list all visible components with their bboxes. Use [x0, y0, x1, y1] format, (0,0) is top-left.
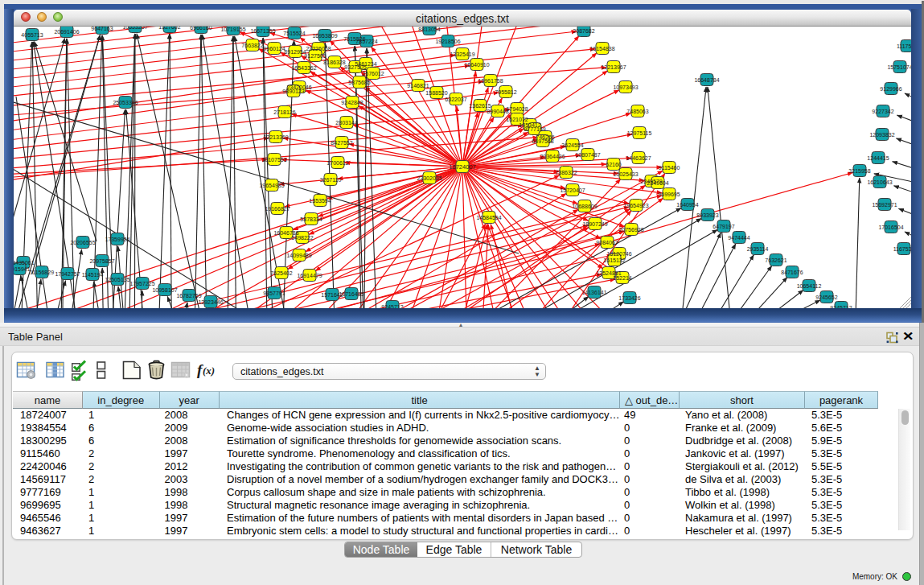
svg-text:10719155: 10719155: [220, 27, 245, 32]
svg-text:10553257: 10553257: [122, 27, 147, 30]
svg-text:20756928: 20756928: [618, 227, 643, 233]
svg-text:16648784: 16648784: [694, 77, 719, 83]
svg-text:9245652: 9245652: [815, 295, 837, 300]
svg-text:10025433: 10025433: [613, 171, 638, 177]
svg-text:12505135: 12505135: [105, 277, 129, 282]
svg-text:12975115: 12975115: [627, 130, 652, 136]
svg-text:7663822: 7663822: [241, 43, 263, 48]
svg-text:1362615: 1362615: [469, 103, 491, 109]
svg-text:2718126: 2718126: [273, 109, 295, 115]
svg-text:20975857: 20975857: [89, 258, 114, 264]
svg-text:2803144: 2803144: [335, 120, 357, 126]
svg-text:62160: 62160: [606, 162, 622, 167]
svg-text:19654923: 19654923: [623, 203, 648, 208]
svg-text:1145194: 1145194: [82, 272, 104, 278]
svg-text:17016504: 17016504: [878, 225, 903, 230]
svg-text:(x): (x): [203, 365, 215, 377]
svg-text:7955812: 7955812: [495, 89, 516, 95]
svg-text:252214: 252214: [613, 275, 631, 281]
svg-text:8427552: 8427552: [331, 140, 352, 146]
svg-text:10688609: 10688609: [572, 204, 597, 209]
svg-text:8435061: 8435061: [14, 260, 35, 266]
svg-text:1640954: 1640954: [676, 202, 698, 208]
svg-text:3498222: 3498222: [291, 235, 313, 241]
svg-text:19218506: 19218506: [435, 39, 460, 44]
svg-text:1615132: 1615132: [603, 257, 625, 263]
svg-text:15720407: 15720407: [560, 187, 585, 193]
svg-text:3624554: 3624554: [561, 142, 583, 148]
svg-text:2349604: 2349604: [647, 180, 668, 186]
svg-text:20691406: 20691406: [54, 29, 79, 35]
svg-text:8471676: 8471676: [781, 270, 803, 275]
svg-text:16914479: 16914479: [297, 273, 322, 278]
svg-text:6479197: 6479197: [713, 224, 734, 229]
svg-text:9242848: 9242848: [341, 100, 363, 105]
svg-text:9960124: 9960124: [263, 46, 285, 51]
svg-text:6497568: 6497568: [532, 138, 553, 144]
svg-text:7485063: 7485063: [626, 109, 648, 114]
svg-text:16120746: 16120746: [606, 251, 631, 257]
svg-text:16543362: 16543362: [291, 65, 316, 71]
svg-text:19654985: 19654985: [259, 183, 284, 188]
svg-text:1117534: 1117534: [897, 43, 911, 49]
svg-text:1167534: 1167534: [893, 246, 911, 252]
svg-text:15692971: 15692971: [872, 202, 897, 208]
svg-text:14099489: 14099489: [286, 253, 311, 258]
svg-text:16154838: 16154838: [589, 46, 614, 51]
svg-text:9127505: 9127505: [304, 53, 326, 59]
svg-text:1700612: 1700612: [326, 160, 348, 166]
svg-text:16210643: 16210643: [867, 179, 892, 185]
svg-text:6794028: 6794028: [506, 106, 528, 112]
svg-text:14463627: 14463627: [626, 155, 651, 161]
svg-text:1353594: 1353594: [309, 198, 331, 204]
svg-text:8912954: 8912954: [284, 49, 306, 55]
svg-text:9245712: 9245712: [381, 304, 403, 309]
svg-text:10107553: 10107553: [261, 157, 286, 163]
svg-text:1571642: 1571642: [321, 292, 343, 298]
svg-text:16640910: 16640910: [464, 62, 489, 68]
svg-text:7857224: 7857224: [355, 39, 377, 44]
svg-text:12213967: 12213967: [601, 64, 626, 70]
svg-text:9245712: 9245712: [830, 305, 852, 309]
svg-text:1527602: 1527602: [158, 27, 180, 30]
svg-text:3215958: 3215958: [848, 168, 870, 174]
svg-text:5878334: 5878334: [300, 216, 322, 222]
svg-text:14584594: 14584594: [476, 215, 501, 220]
svg-text:7625402: 7625402: [270, 270, 292, 276]
svg-text:7515524: 7515524: [283, 31, 305, 36]
svg-text:1621072: 1621072: [506, 117, 528, 122]
svg-text:9647163: 9647163: [91, 27, 113, 31]
svg-text:8933923: 8933923: [696, 212, 718, 218]
svg-text:9474444: 9474444: [728, 235, 749, 241]
svg-text:13325419: 13325419: [450, 51, 474, 57]
svg-text:3267110: 3267110: [320, 177, 342, 183]
svg-text:2935114: 2935114: [747, 246, 769, 252]
svg-text:12093832: 12093832: [869, 132, 894, 138]
svg-text:9146821: 9146821: [407, 83, 429, 89]
svg-text:9227342: 9227342: [872, 109, 893, 114]
svg-text:16671355: 16671355: [250, 28, 275, 34]
svg-text:4055713: 4055713: [21, 32, 43, 38]
svg-text:16953809: 16953809: [312, 33, 337, 39]
svg-text:1244415: 1244415: [867, 155, 889, 161]
svg-text:10654112: 10654112: [797, 283, 822, 289]
svg-text:3915941: 3915941: [14, 266, 31, 272]
svg-text:15751074: 15751074: [887, 64, 911, 70]
svg-text:7632621: 7632621: [765, 257, 786, 263]
svg-text:10807487: 10807487: [575, 152, 600, 158]
svg-text:18907249: 18907249: [582, 221, 607, 227]
svg-text:25053346: 25053346: [113, 100, 138, 105]
svg-text:9115460: 9115460: [659, 165, 680, 171]
svg-text:20206555: 20206555: [70, 240, 95, 245]
svg-text:9699695: 9699695: [658, 192, 680, 197]
svg-text:10958107: 10958107: [152, 287, 177, 293]
svg-text:11156829: 11156829: [30, 270, 54, 275]
svg-text:9084067: 9084067: [596, 240, 618, 245]
svg-text:5461234: 5461234: [355, 61, 376, 67]
svg-text:10973493: 10973493: [613, 84, 638, 90]
svg-text:6322037: 6322037: [445, 97, 466, 102]
svg-text:18724007: 18724007: [449, 163, 475, 171]
svg-text:1733426: 1733426: [618, 295, 640, 301]
svg-text:17942757: 17942757: [55, 271, 80, 277]
svg-text:9777169: 9777169: [524, 126, 545, 132]
